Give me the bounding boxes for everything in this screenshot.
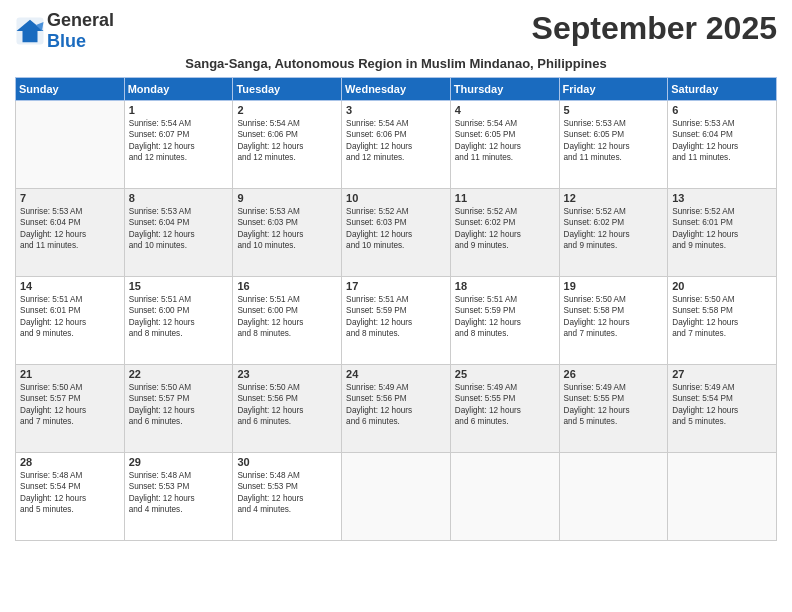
day-number: 2 (237, 104, 337, 116)
day-number: 14 (20, 280, 120, 292)
table-row (450, 453, 559, 541)
logo-general: General (47, 10, 114, 30)
day-info: Sunrise: 5:51 AM Sunset: 5:59 PM Dayligh… (346, 294, 446, 340)
day-number: 12 (564, 192, 664, 204)
day-number: 11 (455, 192, 555, 204)
table-row: 17Sunrise: 5:51 AM Sunset: 5:59 PM Dayli… (342, 277, 451, 365)
day-info: Sunrise: 5:48 AM Sunset: 5:53 PM Dayligh… (129, 470, 229, 516)
calendar: Sunday Monday Tuesday Wednesday Thursday… (15, 77, 777, 541)
weekday-header-row: Sunday Monday Tuesday Wednesday Thursday… (16, 78, 777, 101)
day-number: 4 (455, 104, 555, 116)
day-info: Sunrise: 5:50 AM Sunset: 5:58 PM Dayligh… (672, 294, 772, 340)
day-number: 15 (129, 280, 229, 292)
day-number: 7 (20, 192, 120, 204)
table-row: 11Sunrise: 5:52 AM Sunset: 6:02 PM Dayli… (450, 189, 559, 277)
table-row: 1Sunrise: 5:54 AM Sunset: 6:07 PM Daylig… (124, 101, 233, 189)
table-row (668, 453, 777, 541)
day-info: Sunrise: 5:49 AM Sunset: 5:55 PM Dayligh… (455, 382, 555, 428)
table-row: 6Sunrise: 5:53 AM Sunset: 6:04 PM Daylig… (668, 101, 777, 189)
table-row: 30Sunrise: 5:48 AM Sunset: 5:53 PM Dayli… (233, 453, 342, 541)
day-number: 27 (672, 368, 772, 380)
table-row: 29Sunrise: 5:48 AM Sunset: 5:53 PM Dayli… (124, 453, 233, 541)
day-number: 29 (129, 456, 229, 468)
table-row: 14Sunrise: 5:51 AM Sunset: 6:01 PM Dayli… (16, 277, 125, 365)
table-row: 4Sunrise: 5:54 AM Sunset: 6:05 PM Daylig… (450, 101, 559, 189)
day-info: Sunrise: 5:54 AM Sunset: 6:06 PM Dayligh… (237, 118, 337, 164)
day-info: Sunrise: 5:51 AM Sunset: 5:59 PM Dayligh… (455, 294, 555, 340)
table-row: 10Sunrise: 5:52 AM Sunset: 6:03 PM Dayli… (342, 189, 451, 277)
calendar-week-row: 14Sunrise: 5:51 AM Sunset: 6:01 PM Dayli… (16, 277, 777, 365)
table-row: 5Sunrise: 5:53 AM Sunset: 6:05 PM Daylig… (559, 101, 668, 189)
calendar-body: 1Sunrise: 5:54 AM Sunset: 6:07 PM Daylig… (16, 101, 777, 541)
day-info: Sunrise: 5:48 AM Sunset: 5:53 PM Dayligh… (237, 470, 337, 516)
table-row: 18Sunrise: 5:51 AM Sunset: 5:59 PM Dayli… (450, 277, 559, 365)
day-info: Sunrise: 5:49 AM Sunset: 5:54 PM Dayligh… (672, 382, 772, 428)
day-info: Sunrise: 5:53 AM Sunset: 6:04 PM Dayligh… (20, 206, 120, 252)
day-number: 25 (455, 368, 555, 380)
day-number: 28 (20, 456, 120, 468)
day-info: Sunrise: 5:49 AM Sunset: 5:55 PM Dayligh… (564, 382, 664, 428)
day-info: Sunrise: 5:50 AM Sunset: 5:56 PM Dayligh… (237, 382, 337, 428)
day-number: 16 (237, 280, 337, 292)
day-info: Sunrise: 5:51 AM Sunset: 6:00 PM Dayligh… (129, 294, 229, 340)
day-info: Sunrise: 5:52 AM Sunset: 6:03 PM Dayligh… (346, 206, 446, 252)
calendar-week-row: 1Sunrise: 5:54 AM Sunset: 6:07 PM Daylig… (16, 101, 777, 189)
table-row: 24Sunrise: 5:49 AM Sunset: 5:56 PM Dayli… (342, 365, 451, 453)
table-row: 2Sunrise: 5:54 AM Sunset: 6:06 PM Daylig… (233, 101, 342, 189)
day-info: Sunrise: 5:53 AM Sunset: 6:04 PM Dayligh… (672, 118, 772, 164)
col-thursday: Thursday (450, 78, 559, 101)
day-number: 9 (237, 192, 337, 204)
logo-blue: Blue (47, 31, 86, 51)
day-number: 19 (564, 280, 664, 292)
day-number: 30 (237, 456, 337, 468)
table-row: 22Sunrise: 5:50 AM Sunset: 5:57 PM Dayli… (124, 365, 233, 453)
table-row: 16Sunrise: 5:51 AM Sunset: 6:00 PM Dayli… (233, 277, 342, 365)
day-number: 17 (346, 280, 446, 292)
calendar-week-row: 7Sunrise: 5:53 AM Sunset: 6:04 PM Daylig… (16, 189, 777, 277)
day-number: 6 (672, 104, 772, 116)
day-number: 26 (564, 368, 664, 380)
day-info: Sunrise: 5:52 AM Sunset: 6:02 PM Dayligh… (564, 206, 664, 252)
table-row: 20Sunrise: 5:50 AM Sunset: 5:58 PM Dayli… (668, 277, 777, 365)
day-info: Sunrise: 5:51 AM Sunset: 6:01 PM Dayligh… (20, 294, 120, 340)
table-row: 25Sunrise: 5:49 AM Sunset: 5:55 PM Dayli… (450, 365, 559, 453)
logo-icon (15, 16, 45, 46)
day-info: Sunrise: 5:53 AM Sunset: 6:03 PM Dayligh… (237, 206, 337, 252)
day-number: 8 (129, 192, 229, 204)
calendar-week-row: 21Sunrise: 5:50 AM Sunset: 5:57 PM Dayli… (16, 365, 777, 453)
table-row: 9Sunrise: 5:53 AM Sunset: 6:03 PM Daylig… (233, 189, 342, 277)
day-number: 1 (129, 104, 229, 116)
table-row: 28Sunrise: 5:48 AM Sunset: 5:54 PM Dayli… (16, 453, 125, 541)
page: General Blue September 2025 Sanga-Sanga,… (0, 0, 792, 612)
col-friday: Friday (559, 78, 668, 101)
day-info: Sunrise: 5:50 AM Sunset: 5:57 PM Dayligh… (20, 382, 120, 428)
day-number: 24 (346, 368, 446, 380)
day-number: 21 (20, 368, 120, 380)
day-info: Sunrise: 5:52 AM Sunset: 6:02 PM Dayligh… (455, 206, 555, 252)
day-info: Sunrise: 5:51 AM Sunset: 6:00 PM Dayligh… (237, 294, 337, 340)
day-number: 3 (346, 104, 446, 116)
col-saturday: Saturday (668, 78, 777, 101)
table-row: 3Sunrise: 5:54 AM Sunset: 6:06 PM Daylig… (342, 101, 451, 189)
day-info: Sunrise: 5:48 AM Sunset: 5:54 PM Dayligh… (20, 470, 120, 516)
calendar-week-row: 28Sunrise: 5:48 AM Sunset: 5:54 PM Dayli… (16, 453, 777, 541)
day-info: Sunrise: 5:54 AM Sunset: 6:05 PM Dayligh… (455, 118, 555, 164)
calendar-header: Sunday Monday Tuesday Wednesday Thursday… (16, 78, 777, 101)
day-info: Sunrise: 5:50 AM Sunset: 5:57 PM Dayligh… (129, 382, 229, 428)
table-row (559, 453, 668, 541)
logo-text: General Blue (47, 10, 114, 52)
day-number: 18 (455, 280, 555, 292)
day-number: 23 (237, 368, 337, 380)
month-title: September 2025 (532, 10, 777, 47)
subtitle: Sanga-Sanga, Autonomous Region in Muslim… (15, 56, 777, 71)
day-info: Sunrise: 5:54 AM Sunset: 6:07 PM Dayligh… (129, 118, 229, 164)
table-row: 15Sunrise: 5:51 AM Sunset: 6:00 PM Dayli… (124, 277, 233, 365)
day-info: Sunrise: 5:54 AM Sunset: 6:06 PM Dayligh… (346, 118, 446, 164)
table-row: 12Sunrise: 5:52 AM Sunset: 6:02 PM Dayli… (559, 189, 668, 277)
table-row: 23Sunrise: 5:50 AM Sunset: 5:56 PM Dayli… (233, 365, 342, 453)
table-row (342, 453, 451, 541)
col-wednesday: Wednesday (342, 78, 451, 101)
table-row: 26Sunrise: 5:49 AM Sunset: 5:55 PM Dayli… (559, 365, 668, 453)
col-tuesday: Tuesday (233, 78, 342, 101)
day-info: Sunrise: 5:52 AM Sunset: 6:01 PM Dayligh… (672, 206, 772, 252)
